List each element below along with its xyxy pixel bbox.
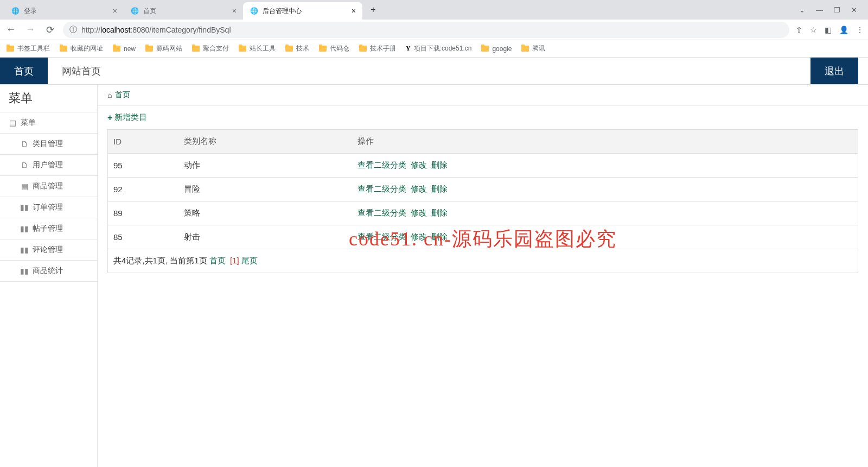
folder-icon [481,46,489,52]
forward-button[interactable]: → [24,23,37,36]
star-icon[interactable]: ☆ [810,26,817,34]
tab-title: 后台管理中心 [263,7,302,16]
profile-icon[interactable]: 👤 [839,26,848,34]
list-icon: ▤ [9,119,16,127]
action-view[interactable]: 查看二级分类 [358,184,406,193]
browser-tab-1[interactable]: 🌐 首页 × [124,2,243,20]
cell-id: 85 [108,225,178,249]
close-window-icon[interactable]: ✕ [851,6,857,14]
action-edit[interactable]: 修改 [411,184,427,193]
breadcrumb-home[interactable]: 首页 [115,90,130,100]
share-icon[interactable]: ⇪ [796,26,802,34]
bookmark-item[interactable]: 站长工具 [239,44,276,53]
site-icon: Y [406,45,411,53]
bookmark-item[interactable]: Y项目下载:code51.cn [406,44,471,53]
sidebar-item-post[interactable]: ▮▮帖子管理 [0,218,97,239]
tab-site-home[interactable]: 网站首页 [48,58,115,84]
back-button[interactable]: ← [4,23,17,36]
table-row: 89策略查看二级分类 修改 删除 [108,201,858,225]
pager-last[interactable]: 尾页 [241,256,258,265]
action-delete[interactable]: 删除 [431,160,448,169]
action-edit[interactable]: 修改 [411,160,427,169]
panel-icon[interactable]: ◧ [825,26,832,34]
new-tab-button[interactable]: + [366,2,381,17]
th-id: ID [108,130,178,154]
folder-icon [145,46,153,52]
bookmark-item[interactable]: 腾讯 [521,44,545,53]
action-view[interactable]: 查看二级分类 [358,208,406,217]
sidebar-item-user[interactable]: 🗋用户管理 [0,155,97,176]
bookmarks-bar: 书签工具栏 收藏的网址 new 源码网站 聚合支付 站长工具 技术 代码仓 技术… [0,40,868,58]
list-icon: ▤ [21,182,28,190]
action-delete[interactable]: 删除 [431,184,448,193]
cell-name: 策略 [178,201,352,225]
action-delete[interactable]: 删除 [431,232,448,241]
folder-icon [192,46,200,52]
category-table: ID 类别名称 操作 95动作查看二级分类 修改 删除92冒险查看二级分类 修改… [107,129,858,273]
add-category-button[interactable]: + 新增类目 [107,112,147,123]
bookmark-item[interactable]: 源码网站 [145,44,182,53]
cell-name: 冒险 [178,178,352,201]
globe-icon: 🌐 [130,7,139,15]
minimize-icon[interactable]: — [816,6,823,14]
tab-strip: 🌐 登录 × 🌐 首页 × 🌐 后台管理中心 × + ⌄ — ❐ ✕ [0,0,868,20]
close-icon[interactable]: × [113,7,117,15]
chevron-down-icon[interactable]: ⌄ [799,6,805,14]
bookmark-item[interactable]: 收藏的网址 [60,44,103,53]
action-view[interactable]: 查看二级分类 [358,160,406,169]
table-row: 95动作查看二级分类 修改 删除 [108,154,858,178]
cell-id: 89 [108,201,178,225]
folder-icon [60,46,67,52]
tab-title: 登录 [24,7,37,16]
sidebar: 菜单 ▤ 菜单 🗋类目管理 🗋用户管理 ▤商品管理 ▮▮订单管理 ▮▮帖子管理 … [0,85,98,467]
table-row: 85射击查看二级分类 修改 删除 [108,225,858,249]
browser-tab-2[interactable]: 🌐 后台管理中心 × [243,2,362,20]
menu-group[interactable]: ▤ 菜单 [0,112,97,134]
action-edit[interactable]: 修改 [411,208,427,217]
tab-title: 首页 [143,7,156,16]
bookmark-item[interactable]: 代码仓 [319,44,349,53]
breadcrumb: ⌂ 首页 [98,85,868,106]
home-icon: ⌂ [107,91,112,99]
cell-actions: 查看二级分类 修改 删除 [352,201,858,225]
browser-tab-0[interactable]: 🌐 登录 × [4,2,124,20]
cell-name: 射击 [178,225,352,249]
action-view[interactable]: 查看二级分类 [358,232,406,241]
url-bar[interactable]: ⓘ http://localhost:8080/itemCategory/fin… [63,22,789,38]
reload-button[interactable]: ⟳ [43,23,56,36]
sidebar-item-product[interactable]: ▤商品管理 [0,176,97,197]
books-icon: ▮▮ [21,225,28,232]
sidebar-item-comment[interactable]: ▮▮评论管理 [0,239,97,261]
action-edit[interactable]: 修改 [411,232,427,241]
table-row: 92冒险查看二级分类 修改 删除 [108,178,858,201]
sidebar-item-category[interactable]: 🗋类目管理 [0,134,97,155]
bookmark-item[interactable]: google [481,45,512,53]
bookmark-item[interactable]: 书签工具栏 [7,44,50,53]
folder-icon [7,46,14,52]
th-name: 类别名称 [178,130,352,154]
bookmark-item[interactable]: 技术 [285,44,309,53]
folder-icon [319,46,327,52]
bookmark-item[interactable]: 技术手册 [359,44,396,53]
pager-first[interactable]: 首页 [209,256,226,265]
action-delete[interactable]: 删除 [431,208,448,217]
tab-home[interactable]: 首页 [0,58,48,84]
sidebar-item-order[interactable]: ▮▮订单管理 [0,197,97,218]
logout-button[interactable]: 退出 [810,58,858,84]
bookmark-item[interactable]: 聚合支付 [192,44,229,53]
browser-toolbar: ← → ⟳ ⓘ http://localhost:8080/itemCatego… [0,20,868,40]
maximize-icon[interactable]: ❐ [834,6,840,14]
browser-chrome: 🌐 登录 × 🌐 首页 × 🌐 后台管理中心 × + ⌄ — ❐ ✕ ← → ⟳… [0,0,868,58]
pager-current: [1] [230,256,239,265]
books-icon: ▮▮ [21,246,28,254]
sidebar-item-stats[interactable]: ▮▮商品统计 [0,261,97,282]
bookmark-item[interactable]: new [113,45,136,53]
close-icon[interactable]: × [232,7,237,15]
cell-actions: 查看二级分类 修改 删除 [352,178,858,201]
close-icon[interactable]: × [352,7,356,15]
menu-icon[interactable]: ⋮ [856,26,864,34]
toolbar-right: ⇪ ☆ ◧ 👤 ⋮ [796,26,864,34]
cell-id: 95 [108,154,178,178]
globe-icon: 🌐 [11,7,20,15]
app-body: 菜单 ▤ 菜单 🗋类目管理 🗋用户管理 ▤商品管理 ▮▮订单管理 ▮▮帖子管理 … [0,85,868,467]
